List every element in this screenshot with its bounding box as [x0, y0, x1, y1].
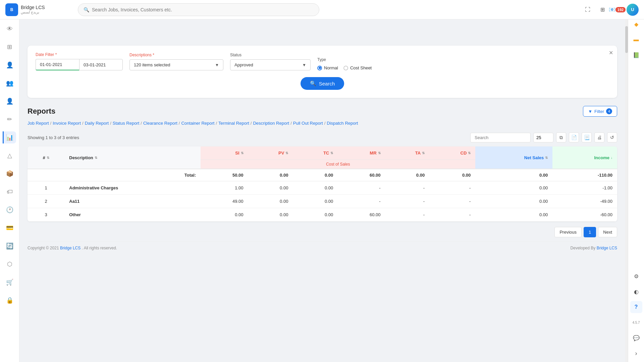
sidebar-item-reports[interactable]: 📊 [3, 131, 16, 143]
excel-btn[interactable]: 📃 [582, 132, 592, 142]
sidebar-item-grid[interactable]: ⊞ [4, 41, 16, 53]
pv-sort[interactable]: PV ⇅ [278, 150, 288, 156]
date-to-input[interactable] [79, 59, 123, 70]
breadcrumb-terminal-report[interactable]: Terminal Report [218, 121, 249, 126]
previous-page-button[interactable]: Previous [554, 227, 582, 237]
status-dropdown-arrow-icon: ▼ [302, 63, 306, 67]
description-sort[interactable]: Description ⇅ [69, 155, 97, 160]
totals-ta: 0.00 [385, 169, 430, 181]
copy-btn[interactable]: ⧉ [556, 132, 566, 142]
breadcrumb-status-report[interactable]: Status Report [113, 121, 140, 126]
rect-icon[interactable]: ▬ [630, 34, 642, 46]
footer-company-link[interactable]: Bridge LCS [60, 246, 80, 250]
row2-net-sales: 0.00 [475, 195, 552, 208]
status-label: Status [230, 53, 311, 57]
footer-rights-text: . All rights reserved. [82, 246, 117, 250]
filter-button[interactable]: ▼ Filter 4 [583, 106, 617, 117]
fullscreen-btn[interactable]: ⛶ [582, 4, 593, 15]
breadcrumb-sep-2: / [110, 121, 111, 126]
col-cd-label: CD [461, 150, 467, 156]
sort-icon-si: ⇅ [241, 151, 244, 155]
book-icon[interactable]: 📗 [630, 49, 642, 61]
breadcrumb-daily-report[interactable]: Daily Report [85, 121, 109, 126]
chat-icon[interactable]: 💬 [630, 332, 642, 344]
brand: B Bridge LCS بريدج لسس [5, 3, 72, 16]
page-1-button[interactable]: 1 [584, 227, 596, 237]
search-button[interactable]: 🔍 Search [301, 77, 344, 90]
date-filter-label: Date Filter * [36, 52, 123, 57]
expand-icon[interactable]: › [630, 347, 642, 359]
csv-btn[interactable]: 📄 [569, 132, 579, 142]
sidebar-item-card[interactable]: 💳 [4, 222, 16, 234]
si-sort[interactable]: SI ⇅ [235, 150, 243, 156]
col-income: Income ↓ [552, 146, 617, 169]
refresh-btn[interactable]: ↺ [607, 132, 617, 142]
close-icon[interactable]: ✕ [609, 50, 613, 56]
sidebar-item-cart[interactable]: 🛒 [4, 276, 16, 288]
sidebar-item-lock[interactable]: 🔒 [4, 294, 16, 306]
net-sales-sort[interactable]: Net Sales ⇅ [524, 155, 548, 160]
global-search-input[interactable] [92, 7, 314, 12]
date-from-input[interactable] [36, 59, 79, 70]
brand-logo: B [5, 3, 18, 16]
row1-pv: 0.00 [248, 181, 293, 195]
breadcrumb-description-report[interactable]: Description Report [253, 121, 289, 126]
gear-icon[interactable]: ⚙ [630, 270, 642, 282]
page-title: Reports [28, 107, 55, 116]
mr-sort[interactable]: MR ⇅ [370, 150, 380, 156]
table-search-input[interactable] [470, 133, 531, 142]
sidebar-item-triangle[interactable]: △ [4, 149, 16, 162]
footer-developer-link[interactable]: Bridge LCS [597, 246, 617, 250]
sidebar-item-tag[interactable]: 🏷 [4, 186, 16, 198]
breadcrumb-job-report[interactable]: Job Report [28, 121, 49, 126]
col-tc: TC ⇅ [293, 146, 338, 160]
sidebar-item-refresh[interactable]: 🔄 [4, 240, 16, 252]
print-btn[interactable]: 🖨 [594, 132, 604, 142]
avatar[interactable]: U [627, 4, 639, 16]
page-size-input[interactable] [533, 133, 553, 142]
sidebar-item-edit[interactable]: ✏ [4, 113, 16, 125]
footer-copyright-text: Copyright © 2021 [28, 246, 59, 250]
ta-sort[interactable]: TA ⇅ [415, 150, 425, 156]
footer-developed-by: Developed By [571, 246, 596, 250]
type-cost-sheet-option[interactable]: Cost Sheet [343, 65, 372, 70]
sidebar-item-eye[interactable]: 👁 [4, 23, 16, 35]
next-page-button[interactable]: Next [598, 227, 617, 237]
global-search-bar[interactable]: 🔍 [78, 3, 319, 16]
breadcrumb-pull-out-report[interactable]: Pull Out Report [293, 121, 323, 126]
notification-btn[interactable]: 📧 192 [612, 4, 623, 15]
hash-sort[interactable]: # ⇅ [43, 155, 49, 160]
help-icon[interactable]: ? [630, 301, 642, 313]
diamond-icon[interactable]: ◆ [630, 18, 642, 30]
type-normal-option[interactable]: Normal [317, 65, 338, 70]
filter-card: ✕ Date Filter * Descriptions * 120 items… [28, 46, 617, 98]
type-cost-sheet-radio[interactable] [343, 66, 348, 70]
status-dropdown[interactable]: Approved ▼ [230, 59, 311, 70]
breadcrumb-clearance-report[interactable]: Clearance Report [143, 121, 177, 126]
row2-num: 2 [28, 195, 64, 208]
breadcrumb-dispatch-report[interactable]: Dispatch Report [327, 121, 358, 126]
scrollbar[interactable] [625, 19, 628, 362]
toolbar-right: ⧉ 📄 📃 🖨 ↺ [470, 132, 617, 142]
sidebar-item-clock[interactable]: 🕐 [4, 204, 16, 216]
sidebar-item-hex[interactable]: ⬡ [4, 258, 16, 270]
breadcrumb-invoice-report[interactable]: Invoice Report [53, 121, 81, 126]
sidebar-item-users[interactable]: 👥 [4, 77, 16, 89]
col-ta-label: TA [415, 150, 421, 156]
cd-sort[interactable]: CD ⇅ [461, 150, 471, 156]
col-hash-label: # [43, 155, 45, 160]
moon-icon[interactable]: ◐ [630, 286, 642, 298]
filter-row: Date Filter * Descriptions * 120 items s… [36, 52, 609, 70]
grid-view-btn[interactable]: ⊞ [597, 4, 608, 15]
descriptions-dropdown[interactable]: 120 items selected ▼ [129, 59, 223, 70]
filter-funnel-icon: ▼ [588, 109, 592, 114]
col-pv-label: PV [278, 150, 284, 156]
sidebar-item-add-user[interactable]: 👤 [4, 95, 16, 107]
sidebar-item-user[interactable]: 👤 [4, 59, 16, 71]
sidebar-item-package[interactable]: 📦 [4, 168, 16, 180]
income-sort[interactable]: Income ↓ [594, 155, 612, 160]
tc-sort[interactable]: TC ⇅ [323, 150, 333, 156]
type-normal-radio[interactable] [317, 66, 322, 70]
breadcrumb-container-report[interactable]: Container Report [181, 121, 214, 126]
breadcrumb-sep-6: / [251, 121, 252, 126]
